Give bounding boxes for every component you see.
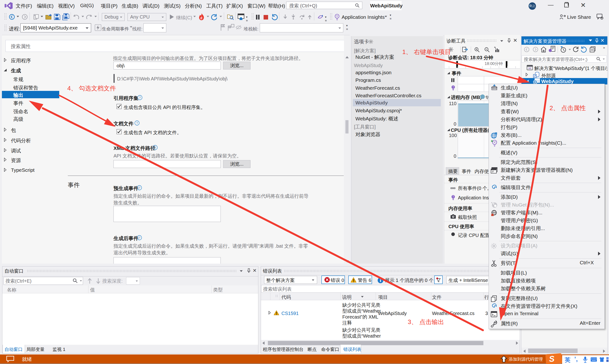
svg-text:1、右键单击项目: 1、右键单击项目 [402,48,451,55]
svg-text:3、点击输出: 3、点击输出 [408,318,444,325]
svg-text:4、勾选文档文件: 4、勾选文档文件 [67,85,116,92]
svg-text:2、点击属性: 2、点击属性 [550,104,586,112]
